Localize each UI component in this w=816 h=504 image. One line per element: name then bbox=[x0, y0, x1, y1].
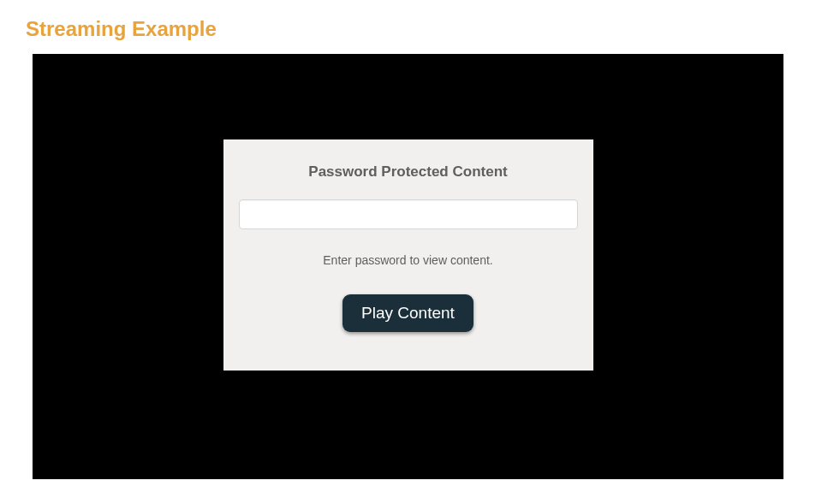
page-title: Streaming Example bbox=[0, 0, 816, 54]
password-panel: Password Protected Content Enter passwor… bbox=[223, 139, 593, 371]
password-input[interactable] bbox=[239, 199, 578, 229]
play-content-button[interactable]: Play Content bbox=[342, 294, 474, 332]
video-player-area: Password Protected Content Enter passwor… bbox=[33, 54, 783, 479]
hint-text: Enter password to view content. bbox=[323, 253, 492, 267]
panel-heading: Password Protected Content bbox=[308, 163, 507, 181]
